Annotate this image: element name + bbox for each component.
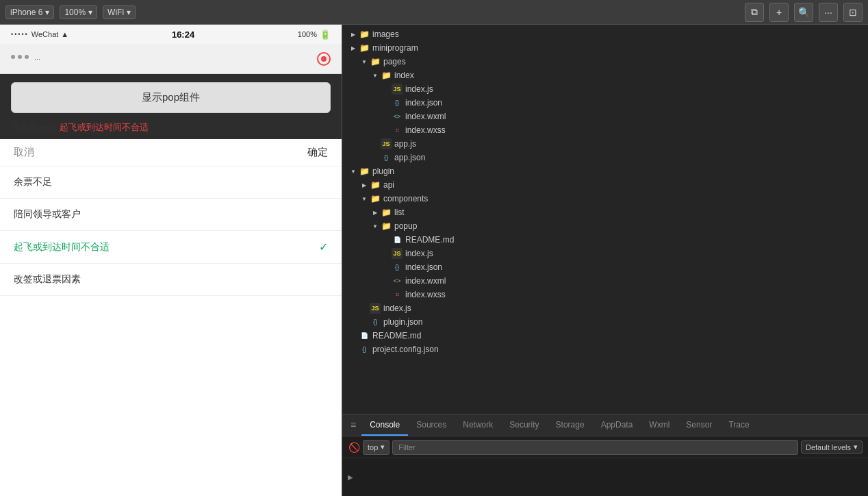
tab-trace[interactable]: Trace xyxy=(720,414,757,436)
list-item-label: 起飞或到达时间不合适 xyxy=(14,241,110,253)
device-selector[interactable]: iPhone 6 xyxy=(5,5,54,19)
tree-folder[interactable]: 📁popup xyxy=(342,219,868,233)
add-tab-button[interactable]: + xyxy=(769,3,789,22)
network-selector[interactable]: WiFi xyxy=(103,5,136,19)
level-dropdown[interactable]: Default levels xyxy=(801,441,863,454)
wechat-label: WeChat xyxy=(31,30,59,38)
network-label: WiFi xyxy=(107,8,124,17)
battery-percent: 100% xyxy=(298,30,317,38)
selected-prefix: 已选择item: xyxy=(11,122,60,132)
folder-arrow-icon xyxy=(370,221,381,232)
action-bar: 取消 确定 xyxy=(0,139,342,166)
tree-file[interactable]: 📄README.md xyxy=(342,233,868,247)
list-item[interactable]: 余票不足 xyxy=(0,166,342,199)
dot-3 xyxy=(25,55,29,59)
tab-sensor[interactable]: Sensor xyxy=(678,414,720,436)
phone-panel: ••••• WeChat ▲ 16:24 100% 🔋 ··· xyxy=(0,25,342,496)
dot-2 xyxy=(18,55,22,59)
tree-item-name: project.config.json xyxy=(372,345,439,354)
tree-file[interactable]: {}project.config.json xyxy=(342,343,868,356)
js-file-icon: JS xyxy=(381,138,392,149)
tree-item-name: popup xyxy=(394,221,417,231)
tree-file[interactable]: {}app.json xyxy=(342,151,868,164)
tree-file[interactable]: JSindex.js xyxy=(342,301,868,315)
search-button[interactable]: 🔍 xyxy=(794,3,813,22)
tree-file[interactable]: {}plugin.json xyxy=(342,315,868,329)
tree-folder[interactable]: 📁list xyxy=(342,206,868,219)
list-item-label: 陪同领导或客户 xyxy=(14,208,81,221)
filter-input[interactable] xyxy=(392,440,798,455)
no-entry-button[interactable]: 🚫 xyxy=(348,441,360,454)
tree-file[interactable]: JSapp.js xyxy=(342,137,868,151)
phone-header: ··· xyxy=(0,44,342,74)
tree-item-name: index.wxml xyxy=(405,276,446,286)
tree-item-name: index.js xyxy=(405,84,433,94)
tree-folder[interactable]: 📁index xyxy=(342,69,868,82)
folder-icon: 📁 xyxy=(370,179,381,190)
tree-item-name: index.json xyxy=(405,262,442,272)
confirm-button[interactable]: 确定 xyxy=(307,146,328,159)
tab-sources[interactable]: Sources xyxy=(408,414,455,436)
check-icon: ✓ xyxy=(319,240,328,253)
md-file-icon: 📄 xyxy=(392,234,403,245)
list-item[interactable]: 陪同领导或客户 xyxy=(0,199,342,231)
tree-file[interactable]: JSindex.js xyxy=(342,82,868,96)
tree-folder[interactable]: 📁miniprogram xyxy=(342,41,868,55)
tab-appdata-label: AppData xyxy=(601,420,633,430)
tab-appdata[interactable]: AppData xyxy=(593,414,641,436)
top-dropdown[interactable]: top xyxy=(363,440,390,455)
tab-network-label: Network xyxy=(463,420,493,430)
js-file-icon: JS xyxy=(370,303,381,314)
copy-button[interactable]: ⧉ xyxy=(745,3,764,22)
tree-file[interactable]: <>index.wxml xyxy=(342,110,868,123)
folder-arrow-icon xyxy=(348,166,359,177)
folder-arrow-icon xyxy=(348,42,359,53)
json-file-icon: {} xyxy=(370,317,381,327)
popup-button[interactable]: 显示pop组件 xyxy=(11,82,331,113)
tree-file[interactable]: ⌗index.wxss xyxy=(342,123,868,137)
json-file-icon: {} xyxy=(359,344,370,355)
file-tree: 📁images📁miniprogram📁pages📁indexJSindex.j… xyxy=(342,25,868,414)
tab-console-icon[interactable]: ≡ xyxy=(345,414,361,436)
tree-folder[interactable]: 📁api xyxy=(342,178,868,192)
tree-file[interactable]: 📄README.md xyxy=(342,329,868,343)
tab-security[interactable]: Security xyxy=(501,414,547,436)
expand-arrow-icon[interactable]: ▶ xyxy=(348,473,353,481)
tree-folder[interactable]: 📁pages xyxy=(342,55,868,69)
tree-item-name: index xyxy=(394,71,414,80)
list-item[interactable]: 起飞或到达时间不合适✓ xyxy=(0,231,342,264)
device-chevron-icon xyxy=(45,8,49,17)
tree-item-name: index.json xyxy=(405,98,442,108)
device-label: iPhone 6 xyxy=(10,8,42,17)
tree-file[interactable]: {}index.json xyxy=(342,96,868,110)
tree-item-name: README.md xyxy=(405,235,454,245)
more-button[interactable]: ··· xyxy=(819,3,838,22)
tab-wxml[interactable]: Wxml xyxy=(641,414,678,436)
status-time: 16:24 xyxy=(172,29,194,40)
tree-file[interactable]: ⌗index.wxss xyxy=(342,288,868,301)
list-item[interactable]: 改签或退票因素 xyxy=(0,264,342,296)
phone-status-bar: ••••• WeChat ▲ 16:24 100% 🔋 xyxy=(0,25,342,44)
tree-folder[interactable]: 📁components xyxy=(342,192,868,206)
tree-folder[interactable]: 📁images xyxy=(342,27,868,41)
collapse-button[interactable]: ⊡ xyxy=(843,3,863,22)
record-button[interactable] xyxy=(317,52,331,66)
tab-wxml-label: Wxml xyxy=(649,420,669,430)
tree-file[interactable]: <>index.wxml xyxy=(342,274,868,288)
tree-file[interactable]: JSindex.js xyxy=(342,247,868,260)
tree-folder[interactable]: 📁plugin xyxy=(342,164,868,178)
bottom-panel: ≡ Console Sources Network Security Stora… xyxy=(342,414,868,496)
folder-icon: 📁 xyxy=(359,42,370,53)
tab-console[interactable]: Console xyxy=(361,414,408,436)
cancel-button[interactable]: 取消 xyxy=(14,146,34,159)
tree-item-name: index.wxss xyxy=(405,290,446,299)
top-chevron-icon xyxy=(381,443,385,451)
tab-network[interactable]: Network xyxy=(455,414,501,436)
folder-arrow-icon xyxy=(359,56,370,67)
zoom-selector[interactable]: 100% xyxy=(60,5,97,19)
tree-file[interactable]: {}index.json xyxy=(342,260,868,274)
tab-storage[interactable]: Storage xyxy=(548,414,593,436)
tree-item-name: README.md xyxy=(372,331,421,340)
folder-icon: 📁 xyxy=(370,193,381,204)
list-item-label: 改签或退票因素 xyxy=(14,273,81,286)
